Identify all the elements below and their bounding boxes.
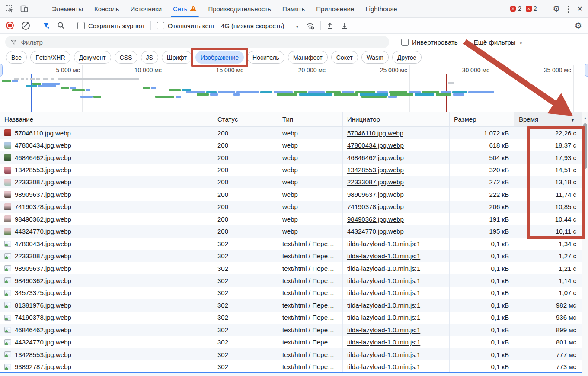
request-row[interactable]: 74190378.jpg.webp302text/html / Пере…til…: [0, 312, 582, 324]
request-row[interactable]: 47800434.jpg.webp302text/html / Пере…til…: [0, 238, 582, 250]
device-toolbar-icon[interactable]: [20, 4, 29, 13]
initiator-link[interactable]: tilda-lazyload-1.0.min.js:1: [347, 265, 420, 272]
initiator-link[interactable]: 98490362.jpg.webp: [347, 215, 404, 223]
chip-image[interactable]: Изображение: [195, 51, 244, 64]
initiator-link[interactable]: 13428553.jpg.webp: [347, 166, 404, 174]
column-header-name[interactable]: Название: [0, 112, 213, 126]
initiator-link[interactable]: tilda-lazyload-1.0.min.js:1: [347, 289, 420, 296]
network-overview[interactable]: 5 000 мс10 000 мс15 000 мс20 000 мс25 00…: [0, 65, 588, 112]
initiator-link[interactable]: 47800434.jpg.webp: [347, 141, 404, 149]
chip-css[interactable]: CSS: [115, 51, 137, 64]
tab-performance[interactable]: Производительность: [202, 0, 277, 17]
initiator-link[interactable]: tilda-lazyload-1.0.min.js:1: [347, 314, 420, 321]
chip-wasm[interactable]: Wasm: [361, 51, 389, 64]
tab-application[interactable]: Приложение: [310, 0, 360, 17]
chip-other[interactable]: Другое: [392, 51, 422, 64]
preserve-log-checkbox[interactable]: [77, 22, 85, 29]
chip-all[interactable]: Все: [6, 51, 27, 64]
request-row[interactable]: 81381976.jpg.webp302text/html / Пере…til…: [0, 299, 582, 311]
request-row[interactable]: 98909637.jpg.webp302text/html / Пере…til…: [0, 262, 582, 274]
initiator-link[interactable]: 98909637.jpg.webp: [347, 191, 404, 198]
column-header-initiator[interactable]: Инициатор: [343, 112, 450, 126]
request-name: 34573375.jpg.webp: [15, 289, 71, 296]
chip-label: Изображение: [201, 54, 239, 61]
export-har-icon[interactable]: [341, 22, 348, 29]
initiator-link[interactable]: 74190378.jpg.webp: [347, 203, 404, 210]
chip-manifest[interactable]: Манифест: [288, 51, 328, 64]
request-row[interactable]: 34573375.jpg.webp302text/html / Пере…til…: [0, 287, 582, 299]
initiator-link[interactable]: 44324770.jpg.webp: [347, 228, 404, 235]
chip-fetch-xhr[interactable]: Fetch/XHR: [30, 51, 70, 64]
initiator-link[interactable]: tilda-lazyload-1.0.min.js:1: [347, 363, 420, 370]
overview-right-handle[interactable]: [585, 64, 588, 77]
errors-badge[interactable]: 2: [510, 5, 521, 12]
request-row[interactable]: 13428553.jpg.webp302text/html / Пере…til…: [0, 348, 582, 360]
inspect-element-icon[interactable]: [5, 4, 14, 13]
request-row[interactable]: 93892787.jpg.webp302text/html / Пере…til…: [0, 360, 582, 373]
overview-left-handle[interactable]: [0, 64, 3, 77]
request-row[interactable]: 44324770.jpg.webp302text/html / Пере…til…: [0, 336, 582, 348]
request-row[interactable]: 74190378.jpg.webp200webp74190378.jpg.web…: [0, 201, 582, 213]
chip-socket[interactable]: Сокет: [331, 51, 358, 64]
time-cell: 10,11 с: [514, 225, 582, 238]
tab-memory[interactable]: Память: [277, 0, 310, 17]
column-header-size[interactable]: Размер: [450, 112, 514, 126]
initiator-link[interactable]: tilda-lazyload-1.0.min.js:1: [347, 338, 420, 346]
more-options-icon[interactable]: [565, 4, 573, 14]
request-row[interactable]: 44324770.jpg.webp200webp44324770.jpg.web…: [0, 225, 582, 238]
request-row[interactable]: 46846462.jpg.webp200webp46846462.jpg.web…: [0, 151, 582, 164]
request-row[interactable]: 98490362.jpg.webp200webp98490362.jpg.web…: [0, 213, 582, 225]
column-header-type[interactable]: Тип: [278, 112, 343, 126]
initiator-link[interactable]: tilda-lazyload-1.0.min.js:1: [347, 240, 420, 247]
request-row[interactable]: 46846462.jpg.webp302text/html / Пере…til…: [0, 324, 582, 336]
initiator-link[interactable]: 57046110.jpg.webp: [347, 129, 403, 137]
initiator-link[interactable]: tilda-lazyload-1.0.min.js:1: [347, 252, 420, 260]
tab-console[interactable]: Консоль: [89, 0, 125, 17]
initiator-link[interactable]: tilda-lazyload-1.0.min.js:1: [347, 351, 420, 358]
initiator-link[interactable]: tilda-lazyload-1.0.min.js:1: [347, 302, 420, 309]
waterfall-bar: [436, 93, 451, 96]
throttling-select[interactable]: 4G (низкая скорость): [221, 22, 299, 29]
waterfall-bar: [448, 82, 454, 84]
request-row[interactable]: 22333087.jpg.webp200webp22333087.jpg.web…: [0, 176, 582, 188]
column-header-time[interactable]: Время: [514, 112, 582, 126]
request-row[interactable]: 47800434.jpg.webp200webp47800434.jpg.web…: [0, 139, 582, 151]
chip-js[interactable]: JS: [141, 51, 158, 64]
initiator-link[interactable]: 46846462.jpg.webp: [347, 154, 404, 161]
disable-cache-checkbox[interactable]: [157, 22, 164, 29]
settings-icon[interactable]: [553, 4, 560, 14]
initiator-link[interactable]: tilda-lazyload-1.0.min.js:1: [347, 277, 420, 284]
import-har-icon[interactable]: [326, 22, 334, 29]
request-row[interactable]: 98490362.jpg.webp302text/html / Пере…til…: [0, 274, 582, 286]
request-row[interactable]: 13428553.jpg.webp200webp13428553.jpg.web…: [0, 164, 582, 176]
chip-font[interactable]: Шрифт: [162, 51, 192, 64]
chip-media[interactable]: Носитель: [247, 51, 284, 64]
request-row[interactable]: 98909637.jpg.webp200webp98909637.jpg.web…: [0, 188, 582, 200]
column-header-status[interactable]: Статус: [213, 112, 278, 126]
waterfall-bar: [151, 87, 156, 89]
clear-network-log-icon[interactable]: [22, 22, 30, 30]
time-cell: 1,14 с: [514, 274, 582, 286]
tab-elements[interactable]: Элементы: [46, 0, 89, 17]
network-conditions-icon[interactable]: [305, 21, 315, 30]
record-network-log-icon[interactable]: [6, 22, 14, 29]
invert-filter-checkbox[interactable]: [401, 39, 409, 46]
tab-network[interactable]: Сеть: [167, 0, 202, 17]
search-icon[interactable]: [57, 22, 65, 29]
tab-lighthouse[interactable]: Lighthouse: [360, 0, 403, 17]
close-devtools-icon[interactable]: [577, 5, 583, 13]
request-row[interactable]: 57046110.jpg.webp200webp57046110.jpg.web…: [0, 127, 582, 139]
scrollbar-thumb[interactable]: [583, 123, 587, 169]
scrollbar-up-icon[interactable]: [582, 113, 588, 121]
filter-toggle-icon[interactable]: [42, 22, 50, 29]
filter-input[interactable]: [20, 38, 384, 46]
network-settings-icon[interactable]: [575, 21, 582, 31]
tab-sources[interactable]: Источники: [125, 0, 167, 17]
request-row[interactable]: 22333087.jpg.webp302text/html / Пере…til…: [0, 250, 582, 262]
more-filters-button[interactable]: Ещё фильтры: [474, 39, 516, 46]
issues-badge[interactable]: 2: [526, 5, 537, 12]
chip-document[interactable]: Документ: [74, 51, 111, 64]
initiator-link[interactable]: tilda-lazyload-1.0.min.js:1: [347, 326, 420, 334]
initiator-link[interactable]: 22333087.jpg.webp: [347, 178, 404, 186]
size-cell: 195 кБ: [450, 225, 514, 238]
